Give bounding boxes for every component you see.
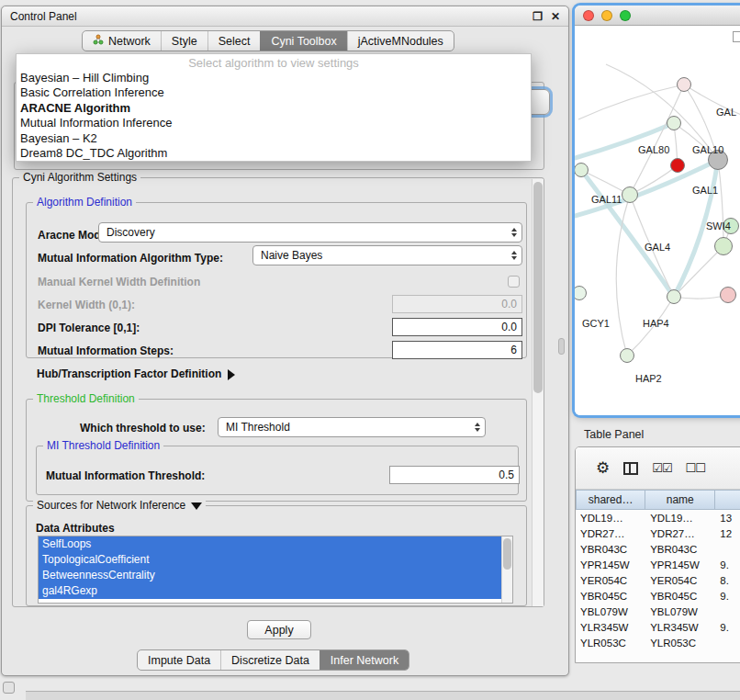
attribute-item-topologicalcoefficient[interactable]: TopologicalCoefficient <box>39 552 501 568</box>
mi-steps-field[interactable]: 6 <box>392 341 522 359</box>
aracne-mode-combobox[interactable]: Discovery <box>98 222 522 243</box>
algorithm-option-dream8-dc-tdc-algorithm[interactable]: Dream8 DC_TDC Algorithm <box>17 146 531 161</box>
table-row[interactable]: YBL079WYBL079W <box>576 604 740 619</box>
network-edge <box>578 85 684 119</box>
table-row[interactable]: YDL19…YDL19…13 <box>576 510 740 525</box>
algorithm-option-aracne-algorithm[interactable]: ARACNE Algorithm <box>17 101 531 116</box>
column-settings-icon[interactable] <box>623 462 638 475</box>
network-node[interactable] <box>720 287 736 303</box>
network-node[interactable] <box>667 116 681 130</box>
algorithm-option-bayesian-hill-climbing[interactable]: Bayesian – Hill Climbing <box>17 71 531 85</box>
network-node[interactable] <box>620 348 634 363</box>
tab-label: Discretize Data <box>231 654 309 667</box>
mi-type-label: Mutual Information Algorithm Type: <box>38 252 223 265</box>
mi-threshold-label: Mutual Information Threshold: <box>46 469 205 482</box>
algorithm-option-bayesian-k2[interactable]: Bayesian – K2 <box>17 131 531 146</box>
attribute-list-scrollbar[interactable] <box>501 536 512 604</box>
network-node[interactable] <box>667 289 681 304</box>
tab-cyni-toolbox[interactable]: Cyni Toolbox <box>260 31 346 51</box>
attribute-item-betweennesscentrality[interactable]: BetweennessCentrality <box>39 568 501 583</box>
mi-threshold-title: MI Threshold Definition <box>43 439 163 452</box>
table-row[interactable]: YBR043CYBR043C <box>576 541 740 557</box>
table-cell: YBL079W <box>645 606 715 617</box>
attribute-item-selfloops[interactable]: SelfLoops <box>39 536 501 552</box>
float-panel-icon[interactable]: ❐ <box>533 10 543 23</box>
combo-arrows-icon <box>511 251 517 260</box>
column-header-name[interactable]: name <box>645 490 715 510</box>
algorithm-option-mutual-information-inference[interactable]: Mutual Information Inference <box>17 116 531 130</box>
node-label-gal11: GAL11 <box>591 194 622 205</box>
table-panel-title: Table Panel <box>584 428 644 441</box>
network-node[interactable] <box>622 186 638 203</box>
table-row[interactable]: YDR27…YDR27…12 <box>576 525 740 541</box>
table-cell: YDR27… <box>576 528 645 539</box>
network-node[interactable] <box>714 237 733 255</box>
tab-infer-network[interactable]: Infer Network <box>320 650 409 670</box>
network-window-titlebar[interactable] <box>575 6 740 26</box>
node-label-gal10: GAL10 <box>692 144 723 155</box>
table-cell: 9. <box>715 622 740 633</box>
tab-select[interactable]: Select <box>207 31 261 51</box>
tab-label: Style <box>172 35 197 48</box>
settings-scrollbar[interactable] <box>532 179 544 606</box>
threshold-definition-title: Threshold Definition <box>33 392 139 405</box>
tab-impute-data[interactable]: Impute Data <box>138 650 220 670</box>
deselect-all-icon[interactable]: ☐☐ <box>686 461 705 475</box>
dpi-tolerance-field[interactable]: 0.0 <box>392 318 522 336</box>
algorithm-option-basic-correlation-inference[interactable]: Basic Correlation Inference <box>17 85 531 100</box>
table-cell: YDL19… <box>645 513 715 524</box>
gear-icon[interactable]: ⚙ <box>596 460 610 476</box>
manual-kernel-checkbox[interactable] <box>508 276 520 288</box>
control-panel-titlebar[interactable]: Control Panel ❐ ✕ <box>2 6 568 27</box>
mi-type-combobox[interactable]: Naive Bayes <box>252 245 522 265</box>
table-panel-window: ⚙ ☑☑ ☐☐ shared…name YDL19…YDL19…13YDR27…… <box>575 446 740 663</box>
mi-threshold-field[interactable]: 0.5 <box>389 466 520 484</box>
tab-style[interactable]: Style <box>161 31 207 51</box>
tab-jactivemnodules[interactable]: jActiveMNodules <box>347 31 454 51</box>
panel-handle-icon[interactable] <box>3 682 15 694</box>
table-cell: YDR27… <box>645 528 715 539</box>
minimize-traffic-light-icon[interactable] <box>601 10 612 21</box>
close-traffic-light-icon[interactable] <box>583 10 594 21</box>
select-all-icon[interactable]: ☑☑ <box>652 461 671 475</box>
network-node[interactable] <box>677 77 691 92</box>
sources-title-label: Sources for Network Inference <box>37 499 185 512</box>
attribute-list-scrollbar-thumb[interactable] <box>503 538 511 570</box>
table-row[interactable]: YLR053CYLR053C <box>576 635 740 650</box>
data-attributes-label: Data Attributes <box>36 522 115 535</box>
expand-arrow-icon <box>228 369 235 380</box>
dropdown-placeholder: Select algorithm to view settings <box>17 56 531 71</box>
attribute-item-gal4rgexp[interactable]: gal4RGexp <box>39 583 501 599</box>
sources-group: Sources for Network Inference Data Attri… <box>26 505 527 606</box>
table-cell: 13 <box>715 513 740 524</box>
network-canvas[interactable]: GAL80GAL10GAL11GAL1SWI4GAL4GCY1HAP4HAP2G… <box>575 26 740 415</box>
hub-section-toggle[interactable]: Hub/Transcription Factor Definition <box>37 367 235 380</box>
settings-scrollbar-thumb[interactable] <box>533 182 543 393</box>
node-label-gal80: GAL80 <box>638 144 669 155</box>
sources-title[interactable]: Sources for Network Inference <box>33 499 206 512</box>
apply-button[interactable]: Apply <box>247 620 311 639</box>
table-row[interactable]: YBR045CYBR045C9. <box>576 588 740 604</box>
column-header-extra[interactable] <box>715 490 740 510</box>
node-label-hap4: HAP4 <box>643 318 669 329</box>
table-row[interactable]: YLR345WYLR345W9. <box>576 619 740 635</box>
close-panel-icon[interactable]: ✕ <box>551 10 560 23</box>
table-row[interactable]: YPR145WYPR145W9. <box>576 557 740 572</box>
table-cell: YLR345W <box>645 622 715 633</box>
splitter-handle[interactable] <box>558 338 565 355</box>
zoom-traffic-light-icon[interactable] <box>620 10 631 21</box>
table-cell: YBL079W <box>576 606 645 617</box>
kernel-width-field[interactable]: 0.0 <box>392 295 522 313</box>
network-node[interactable] <box>670 158 685 173</box>
table-row[interactable]: YER054CYER054C8. <box>576 572 740 588</box>
mi-steps-value: 6 <box>510 344 517 356</box>
table-cell: 8. <box>715 575 740 586</box>
canvas-corner-button[interactable] <box>733 31 740 42</box>
which-threshold-combobox[interactable]: MI Threshold <box>218 417 486 437</box>
node-label-swi4: SWI4 <box>706 220 731 231</box>
tab-network[interactable]: Network <box>83 31 161 51</box>
column-header-shared[interactable]: shared… <box>576 490 645 510</box>
data-attributes-list[interactable]: SelfLoopsTopologicalCoefficientBetweenne… <box>38 536 513 604</box>
tab-label: jActiveMNodules <box>358 35 443 48</box>
tab-discretize-data[interactable]: Discretize Data <box>220 650 320 670</box>
